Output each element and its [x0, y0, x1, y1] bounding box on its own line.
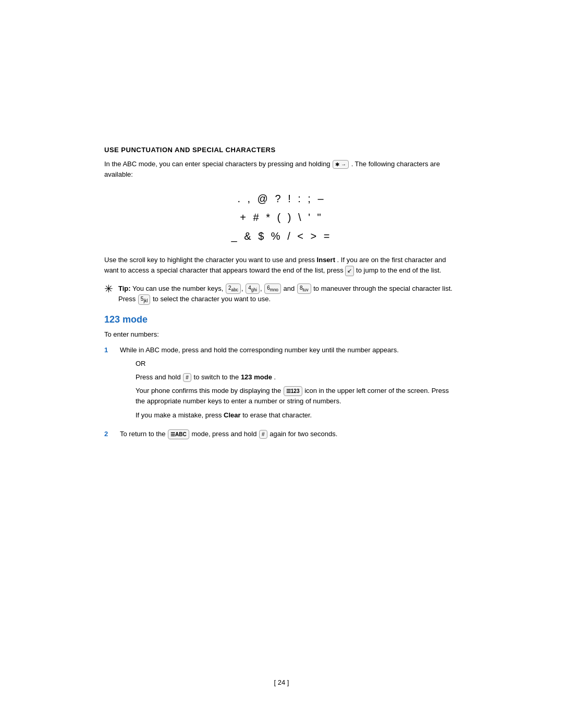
- steps-list: 1 While in ABC mode, press and hold the …: [104, 345, 459, 439]
- step-1b-mode: 123 mode: [241, 373, 272, 381]
- icon-abc-badge: ☰ABC: [168, 429, 189, 440]
- and-text: and: [284, 285, 295, 292]
- punctuation-section: USE PUNCTUATION AND SPECIAL CHARACTERS I…: [104, 146, 459, 305]
- or-divider: OR: [136, 359, 459, 369]
- step-2: 2 To return to the ☰ABC mode, press and …: [104, 429, 459, 439]
- step-1d-end: to erase that character.: [242, 411, 312, 419]
- clear-label: Clear: [224, 411, 241, 419]
- step-2-end: again for two seconds.: [270, 430, 337, 438]
- key-5jkl: 5jkl: [138, 294, 150, 305]
- section-heading: USE PUNCTUATION AND SPECIAL CHARACTERS: [104, 146, 459, 154]
- arrow-icon: ↙: [345, 266, 354, 276]
- scroll-instruction: Use the scroll key to highlight the char…: [104, 255, 459, 276]
- tip-text-content: Tip: You can use the number keys, 2abc, …: [118, 283, 459, 305]
- chars-line2: + # * ( ) \ ' ": [104, 208, 459, 227]
- key-8tuv: 8tuv: [297, 283, 311, 294]
- key-hash-icon-2: #: [259, 430, 267, 439]
- scroll-text: Use the scroll key to highlight the char…: [104, 256, 315, 264]
- mode-123-intro: To enter numbers:: [104, 329, 459, 340]
- key-hash-icon: #: [183, 373, 191, 382]
- step-1b-pre: Press and hold: [136, 373, 181, 381]
- page-number: [ 24 ]: [274, 678, 289, 686]
- key-4ghi: 4ghi: [246, 283, 260, 294]
- tip-box: ✳ Tip: You can use the number keys, 2abc…: [104, 283, 459, 305]
- step-1b: Press and hold # to switch to the 123 mo…: [136, 372, 459, 382]
- step-1d-pre: If you make a mistake, press: [136, 411, 222, 419]
- intro-paragraph: In the ABC mode, you can enter special c…: [104, 159, 459, 180]
- chars-line3: _ & $ % / < > =: [104, 227, 459, 245]
- mode-123-title: 123 mode: [104, 314, 459, 325]
- step-1b-mid: to switch to the: [194, 373, 239, 381]
- step-1-text: While in ABC mode, press and hold the co…: [120, 346, 399, 354]
- step-1c-pre: Your phone confirms this mode by display…: [136, 387, 281, 394]
- step-1b-end: .: [274, 373, 276, 381]
- tip-body1: You can use the number keys,: [132, 285, 223, 292]
- step-2-num: 2: [104, 429, 113, 439]
- tip-label: Tip:: [118, 285, 131, 292]
- step-1d: If you make a mistake, press Clear to er…: [136, 410, 459, 421]
- tip-sun-icon: ✳: [104, 283, 113, 294]
- insert-label: Insert: [317, 256, 335, 264]
- page: USE PUNCTUATION AND SPECIAL CHARACTERS I…: [0, 0, 563, 728]
- step-2-mid: mode, press and hold: [191, 430, 256, 438]
- tip-body3: to select the character you want to use.: [153, 295, 271, 303]
- intro-text: In the ABC mode, you can enter special c…: [104, 160, 331, 168]
- key-2abc: 2abc: [226, 283, 241, 294]
- icon-123-badge: ☰123: [284, 386, 302, 397]
- chars-line1: . , @ ? ! : ; –: [104, 189, 459, 208]
- step-1: 1 While in ABC mode, press and hold the …: [104, 345, 459, 424]
- step-1-num: 1: [104, 345, 113, 355]
- step-1c: Your phone confirms this mode by display…: [136, 386, 459, 406]
- step-2-content: To return to the ☰ABC mode, press and ho…: [120, 429, 459, 439]
- mode-123-section: 123 mode To enter numbers: 1 While in AB…: [104, 314, 459, 439]
- page-footer: [ 24 ]: [0, 678, 563, 686]
- step-1-content: While in ABC mode, press and hold the co…: [120, 345, 459, 424]
- step-2-pre: To return to the: [120, 430, 165, 438]
- key-6mno: 6mno: [264, 283, 281, 294]
- star-key-icon: ✱ →: [333, 160, 349, 169]
- jump-text: to jump to the end of the list.: [356, 266, 441, 274]
- special-chars-display: . , @ ? ! : ; – + # * ( ) \ ' " _ & $ % …: [104, 189, 459, 245]
